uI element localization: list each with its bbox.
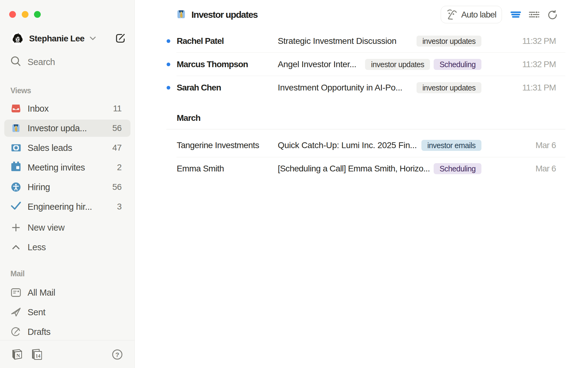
svg-text:14: 14 [36, 353, 40, 358]
svg-text:?: ? [115, 351, 119, 358]
svg-text:N: N [16, 353, 20, 358]
